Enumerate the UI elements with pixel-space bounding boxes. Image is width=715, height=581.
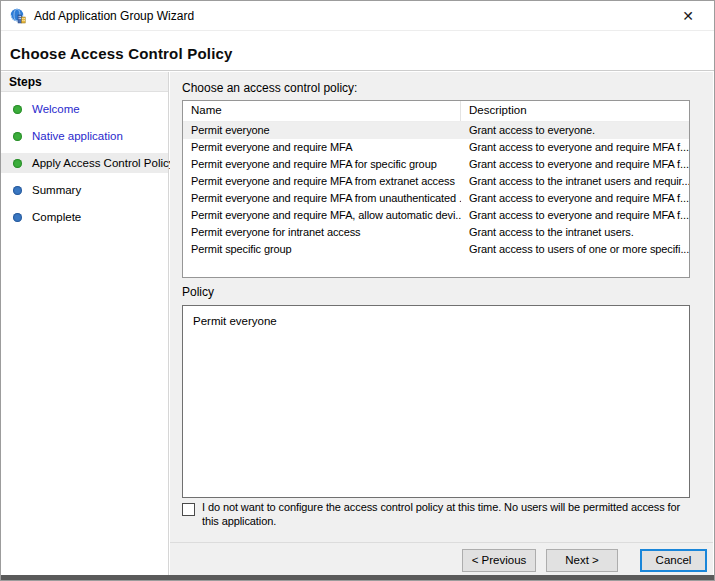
cell-name: Permit everyone and require MFA for spec… [183,156,461,173]
table-row[interactable]: Permit everyone and require MFA from una… [183,190,689,207]
steps-title: Steps [1,72,168,92]
cell-name: Permit everyone and require MFA [183,139,461,156]
table-row[interactable]: Permit everyone for intranet access Gran… [183,224,689,241]
step-label: Native application [32,130,123,142]
sidebar-step-native-application[interactable]: Native application [1,126,168,146]
skip-policy-checkbox[interactable] [182,503,195,516]
skip-policy-row: I do not want to configure the access co… [182,500,682,528]
step-label: Welcome [32,103,80,115]
cell-name: Permit everyone and require MFA, allow a… [183,207,461,224]
step-bullet-icon [13,186,22,195]
policy-preview-box: Permit everyone [182,305,690,498]
step-label: Apply Access Control Policy [32,157,175,169]
column-header-description[interactable]: Description [461,101,689,121]
step-bullet-icon [13,132,22,141]
steps-list: Welcome Native application Apply Access … [1,92,168,227]
table-row[interactable]: Permit everyone and require MFA, allow a… [183,207,689,224]
table-row[interactable]: Permit everyone Grant access to everyone… [183,122,689,139]
cell-description: Grant access to everyone and require MFA… [461,190,689,207]
policy-label: Policy [182,285,214,299]
table-row[interactable]: Permit everyone and require MFA Grant ac… [183,139,689,156]
window-bottom-edge [1,575,714,580]
step-label: Summary [32,184,81,196]
cell-description: Grant access to users of one or more spe… [461,241,689,258]
sidebar-step-complete: Complete [1,207,168,227]
previous-button[interactable]: < Previous [462,549,536,572]
window-title: Add Application Group Wizard [34,9,194,23]
cell-description: Grant access to the intranet users. [461,224,689,241]
cell-name: Permit everyone for intranet access [183,224,461,241]
content-panel: Choose an access control policy: Name De… [170,72,713,575]
cell-description: Grant access to everyone and require MFA… [461,156,689,173]
sidebar-step-summary: Summary [1,180,168,200]
table-header: Name Description [183,101,689,122]
close-icon[interactable]: ✕ [668,1,708,30]
sidebar-step-welcome[interactable]: Welcome [1,99,168,119]
page-heading: Choose Access Control Policy [1,32,714,71]
app-icon [10,8,26,24]
cell-description: Grant access to everyone and require MFA… [461,207,689,224]
cell-name: Permit everyone and require MFA from ext… [183,173,461,190]
title-bar: Add Application Group Wizard ✕ [1,1,714,31]
cell-description: Grant access to the intranet users and r… [461,173,689,190]
policy-preview-text: Permit everyone [193,315,277,327]
cell-name: Permit everyone [183,122,461,139]
page-title: Choose Access Control Policy [10,45,233,62]
step-bullet-icon [13,213,22,222]
wizard-window: Add Application Group Wizard ✕ Choose Ac… [0,0,715,581]
steps-sidebar: Steps Welcome Native application Apply A… [1,72,169,575]
cell-name: Permit specific group [183,241,461,258]
step-bullet-icon [13,105,22,114]
footer-separator [170,542,713,543]
cell-description: Grant access to everyone. [461,122,689,139]
step-label: Complete [32,211,81,223]
step-bullet-icon [13,159,22,168]
sidebar-step-apply-access-control-policy: Apply Access Control Policy [1,153,168,173]
table-row[interactable]: Permit everyone and require MFA for spec… [183,156,689,173]
column-header-name[interactable]: Name [183,101,461,121]
choose-policy-label: Choose an access control policy: [182,81,357,95]
skip-policy-label[interactable]: I do not want to configure the access co… [202,500,682,528]
policy-table: Name Description Permit everyone Grant a… [182,100,690,278]
table-body: Permit everyone Grant access to everyone… [183,122,689,258]
next-button[interactable]: Next > [546,549,618,572]
table-row[interactable]: Permit specific group Grant access to us… [183,241,689,258]
cancel-button[interactable]: Cancel [640,549,707,572]
cell-description: Grant access to everyone and require MFA… [461,139,689,156]
cell-name: Permit everyone and require MFA from una… [183,190,461,207]
table-row[interactable]: Permit everyone and require MFA from ext… [183,173,689,190]
